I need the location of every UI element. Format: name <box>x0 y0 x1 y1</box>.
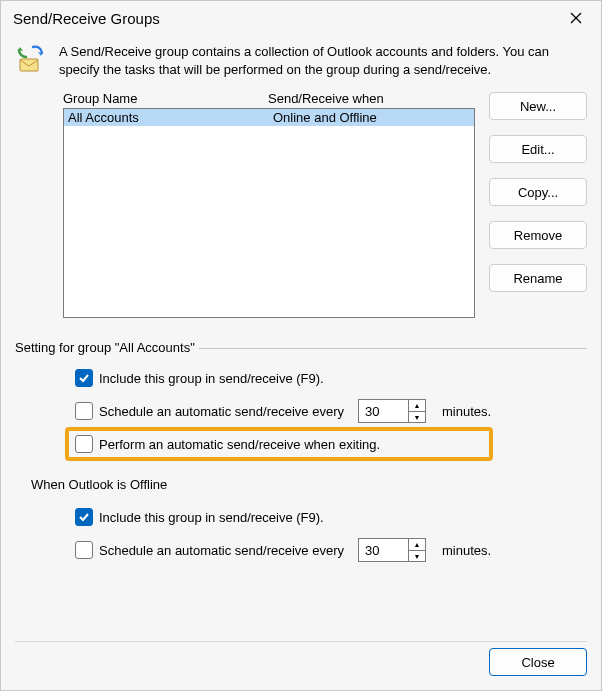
online-options: Include this group in send/receive (F9).… <box>15 369 587 453</box>
schedule-checkbox[interactable] <box>75 402 93 420</box>
offline-include-checkbox[interactable] <box>75 508 93 526</box>
minutes-label: minutes. <box>442 404 491 419</box>
intro-row: A Send/Receive group contains a collecti… <box>15 43 587 79</box>
offline-include-row: Include this group in send/receive (F9). <box>75 508 587 526</box>
group-row[interactable]: All Accounts Online and Offline <box>64 109 474 126</box>
perform-on-exit-checkbox[interactable] <box>75 435 93 453</box>
check-icon <box>78 511 90 523</box>
send-receive-icon <box>15 43 49 79</box>
close-button[interactable]: Close <box>489 648 587 676</box>
offline-schedule-minutes-spinner[interactable]: 30 ▲ ▼ <box>358 538 426 562</box>
remove-button[interactable]: Remove <box>489 221 587 249</box>
offline-schedule-checkbox[interactable] <box>75 541 93 559</box>
settings-section-label: Setting for group "All Accounts" <box>15 340 587 355</box>
close-icon <box>570 12 582 24</box>
dialog-content: A Send/Receive group contains a collecti… <box>1 35 601 690</box>
perform-on-exit-label: Perform an automatic send/receive when e… <box>99 437 380 452</box>
schedule-row: Schedule an automatic send/receive every… <box>75 399 587 423</box>
intro-text: A Send/Receive group contains a collecti… <box>59 43 587 79</box>
svg-rect-2 <box>20 59 38 71</box>
group-when-cell: Online and Offline <box>273 110 470 125</box>
groups-list-wrap: Group Name Send/Receive when All Account… <box>63 91 475 318</box>
spinner-down-icon[interactable]: ▼ <box>409 551 425 562</box>
offline-subheader: When Outlook is Offline <box>15 477 587 492</box>
groups-listbox[interactable]: All Accounts Online and Offline <box>63 108 475 318</box>
perform-on-exit-row: Perform an automatic send/receive when e… <box>75 435 587 453</box>
offline-schedule-label: Schedule an automatic send/receive every <box>99 543 344 558</box>
group-name-cell: All Accounts <box>68 110 273 125</box>
schedule-minutes-spinner[interactable]: 30 ▲ ▼ <box>358 399 426 423</box>
rename-button[interactable]: Rename <box>489 264 587 292</box>
dialog-title: Send/Receive Groups <box>13 10 160 27</box>
offline-schedule-minutes-value[interactable]: 30 <box>359 539 408 561</box>
dialog-footer: Close <box>15 641 587 680</box>
include-checkbox[interactable] <box>75 369 93 387</box>
titlebar: Send/Receive Groups <box>1 1 601 35</box>
send-receive-groups-dialog: Send/Receive Groups A Send/Receive group <box>0 0 602 691</box>
header-group-name: Group Name <box>63 91 268 106</box>
offline-minutes-label: minutes. <box>442 543 491 558</box>
spinner-up-icon[interactable]: ▲ <box>409 539 425 551</box>
spinner-arrows: ▲ ▼ <box>408 400 425 422</box>
group-buttons: New... Edit... Copy... Remove Rename <box>489 91 587 318</box>
include-in-send-receive-row: Include this group in send/receive (F9). <box>75 369 587 387</box>
edit-button[interactable]: Edit... <box>489 135 587 163</box>
spinner-up-icon[interactable]: ▲ <box>409 400 425 412</box>
copy-button[interactable]: Copy... <box>489 178 587 206</box>
spinner-arrows: ▲ ▼ <box>408 539 425 561</box>
header-send-receive-when: Send/Receive when <box>268 91 475 106</box>
include-label: Include this group in send/receive (F9). <box>99 371 324 386</box>
schedule-minutes-value[interactable]: 30 <box>359 400 408 422</box>
groups-list-headers: Group Name Send/Receive when <box>63 91 475 108</box>
offline-options: Include this group in send/receive (F9).… <box>15 508 587 562</box>
offline-include-label: Include this group in send/receive (F9). <box>99 510 324 525</box>
check-icon <box>78 372 90 384</box>
offline-schedule-row: Schedule an automatic send/receive every… <box>75 538 587 562</box>
groups-area: Group Name Send/Receive when All Account… <box>15 91 587 318</box>
new-button[interactable]: New... <box>489 92 587 120</box>
spinner-down-icon[interactable]: ▼ <box>409 412 425 423</box>
titlebar-close-button[interactable] <box>557 5 595 31</box>
schedule-label: Schedule an automatic send/receive every <box>99 404 344 419</box>
